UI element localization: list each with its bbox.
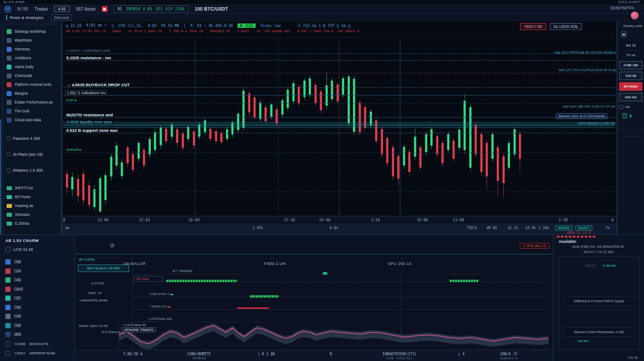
status-badge-button[interactable]: AUZZT <box>575 226 592 230</box>
sidebar-item[interactable]: Harmony <box>7 45 59 54</box>
header-nav-trades[interactable]: Trades <box>34 7 48 12</box>
long-icon[interactable]: 1 <box>623 113 627 118</box>
x-axis-tick: 0 <box>63 218 65 222</box>
vertical-line <box>195 40 196 216</box>
menubar-right[interactable]: AIKO AIWAT <box>618 0 640 4</box>
signal-segment <box>449 280 479 282</box>
sidebar-item[interactable]: Alerts Daily <box>7 62 59 71</box>
coin-row[interactable]: C06 <box>5 276 75 285</box>
sidebar-item[interactable]: Strategy workshop <box>7 27 59 36</box>
coin-row[interactable]: U08 <box>5 330 75 339</box>
row-label-box[interactable]: 741 mod <box>134 276 163 282</box>
candle <box>386 138 388 163</box>
color-badge[interactable]: C OLR (A) 1 0) <box>520 243 549 249</box>
sidebar-item[interactable]: Margins <box>7 89 59 98</box>
candle <box>403 147 405 165</box>
lock-button[interactable]: UL LOCK SOL <box>550 23 582 30</box>
tool-button[interactable]: CYBI 199 <box>619 61 642 69</box>
bottom-statusbar: 7:00:50 dCANA/NUMITESPIN/GA| K 1 OQBIANA… <box>75 349 553 361</box>
position-item[interactable]: Stresses <box>7 210 59 219</box>
chart-annotation: AIR LIFT (TO VOL/PG/OCES OF A 10) <box>559 68 616 72</box>
settings-icon[interactable]: @ <box>110 243 115 248</box>
status-item: 4M 04 <box>486 226 497 230</box>
difference-button[interactable]: Difference in from FNA 5 Cycles <box>564 296 635 306</box>
alert-icon[interactable]: ▣ <box>102 6 107 12</box>
toggle-icon[interactable] <box>619 105 623 109</box>
coin-icon <box>5 287 11 292</box>
coin-icon <box>5 332 11 337</box>
wave-label-box[interactable]: GENUINE TRADES <box>122 327 156 332</box>
sidebar-item[interactable]: Watchlists <box>7 36 59 45</box>
checkbox-icon[interactable] <box>7 137 10 140</box>
sidebar-item-icon <box>7 47 12 52</box>
toolbar-item[interactable]: | <box>184 23 186 28</box>
toolbar-item[interactable]: ◫ 21:32 <box>66 23 82 28</box>
coin-row[interactable]: C08 <box>5 321 75 330</box>
event-annotation-box[interactable]: Barnes 1911 of O 120 Events <box>556 113 607 119</box>
aldo-badge[interactable]: A (11) <box>238 23 256 28</box>
symbol-ticker[interactable]: O1 185014 4.01 011 429 1100 <box>114 5 188 12</box>
candle <box>126 147 129 163</box>
position-item[interactable]: Hearing as <box>7 201 59 210</box>
sidebar-item[interactable]: Estate Performance ps <box>7 98 59 107</box>
tool-button[interactable]: Can los <box>619 93 642 101</box>
position-item[interactable]: B/\ Pures <box>7 192 59 201</box>
coin-row[interactable]: C045 <box>5 285 75 294</box>
menubar-left[interactable]: AI-KO AIWA <box>4 0 25 4</box>
tool-button[interactable]: Bot 18 <box>619 42 642 49</box>
chart-plot[interactable]: 1 1/2017 / 1 MOVING 2.8 B5.1525 resistan… <box>63 40 615 216</box>
tab-dimund[interactable]: Dimund <box>51 14 73 21</box>
pin-icon[interactable]: p <box>629 113 632 118</box>
tool-button[interactable]: 50 FANO <box>619 82 642 91</box>
right-panel-title: Stanley used <box>619 24 642 28</box>
coin-row[interactable]: C04 <box>5 267 75 276</box>
toolbar-item[interactable]: PA 5% MB <box>161 23 179 28</box>
watchlist-extra-row[interactable]: C0007 AIRDROP NOW <box>5 349 75 358</box>
user-avatar[interactable] <box>631 12 639 19</box>
checkbox-icon[interactable] <box>7 153 10 156</box>
sidebar-item[interactable]: The Grid <box>7 107 59 115</box>
candle <box>447 134 449 150</box>
coin-row[interactable]: C08 <box>5 257 75 267</box>
coin-row[interactable]: C05 <box>5 294 75 303</box>
watchlist-subtitle-row[interactable]: LIVE 01.58 <box>5 247 75 252</box>
tool-button[interactable]: TU2 03 <box>619 72 642 80</box>
order-line1: AGE (FIB) OS. US ARMSTER EL <box>553 245 644 249</box>
toolbar-item[interactable]: CFO (C),21, <box>118 23 143 28</box>
tab-rows-strategies[interactable]: Rows & strategies <box>6 15 44 20</box>
candle <box>182 134 184 148</box>
strategy-item: Lowcountry areas <box>80 298 107 302</box>
toolbar-right[interactable]: C 733.1m 1.0 TXT ◫ 1m ◫ <box>298 23 350 28</box>
sidebar-filter[interactable]: St Plans (are 19) <box>7 146 59 162</box>
sidebar-item[interactable]: Chemicals <box>7 71 59 80</box>
buy-scale-filter-button[interactable]: BUY SCALE | FILTER <box>78 265 129 272</box>
header-badge[interactable]: 4.01 <box>54 6 70 12</box>
sidebar-item[interactable]: Ambitions <box>7 54 59 62</box>
panel-icon[interactable]: ▣ <box>621 31 627 37</box>
header-nav-1[interactable]: IV /VI <box>17 7 28 12</box>
coin-icon <box>5 305 11 310</box>
sidebar-item[interactable]: Cloud auto data <box>7 115 59 124</box>
checkbox-icon[interactable] <box>7 169 10 172</box>
row-label: 1,200 Elves 400 <box>148 317 172 321</box>
permission-button[interactable]: Narrow Come Permission J UK) <box>564 327 635 337</box>
toolbar-item[interactable]: ◫ <box>111 23 114 28</box>
sidebar-filter[interactable]: Distance 1.5 300 <box>7 162 59 178</box>
tool-button[interactable]: TO on <box>619 51 642 59</box>
high-button[interactable]: HIGH 7.80 <box>520 23 546 30</box>
sidebar-filter[interactable]: Passions 4 200 <box>7 131 59 146</box>
toolbar-item[interactable]: P. DI ~ 4G 445.0 EE <box>190 23 233 28</box>
position-item[interactable]: E.2004a <box>7 219 59 228</box>
wave-svg <box>119 323 548 349</box>
alert-strip <box>557 236 597 238</box>
panel-toggle[interactable]: wer <box>619 105 642 109</box>
sidebar-item[interactable]: Platform Arsenal tools <box>7 80 59 89</box>
coin-row[interactable]: C06 <box>5 303 75 312</box>
toolbar-item[interactable]: 4:03 am ⏍ <box>86 23 107 28</box>
toolbar-item[interactable]: 4:03 <box>148 23 157 28</box>
status-badge-button[interactable]: ASEEK <box>555 226 572 230</box>
coin-row[interactable]: C08 <box>5 312 75 321</box>
position-item[interactable]: BIRT/TCM <box>7 184 59 192</box>
candle <box>452 141 455 159</box>
watchlist-extra-row[interactable]: C2008 BOOKLETS <box>5 339 75 349</box>
